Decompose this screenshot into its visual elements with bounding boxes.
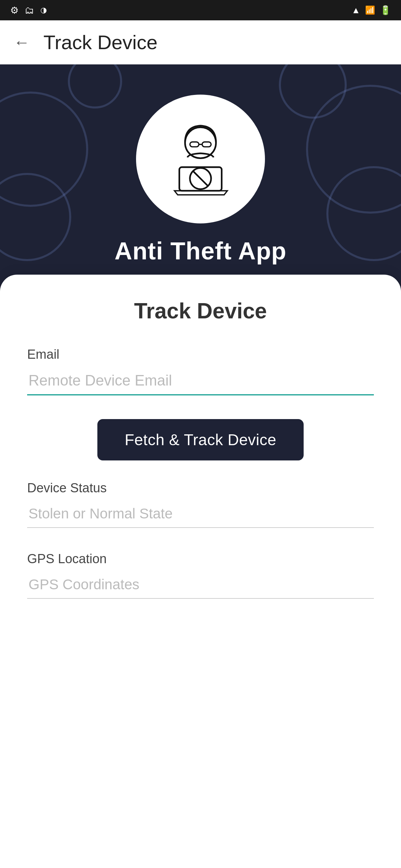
gps-location-field-group: GPS Location xyxy=(27,552,374,616)
hero-icon-circle xyxy=(136,95,265,223)
data-icon: ◑ xyxy=(40,6,47,15)
hero-app-name: Anti Theft App xyxy=(114,237,286,265)
signal-icon: 📶 xyxy=(365,5,375,15)
settings-icon: ⚙ xyxy=(10,5,19,16)
page-title: Track Device xyxy=(43,31,157,54)
battery-icon: 🔋 xyxy=(380,5,391,16)
fetch-track-button[interactable]: Fetch & Track Device xyxy=(97,419,303,460)
wifi-icon: ▲ xyxy=(351,5,360,16)
app-bar: ← Track Device xyxy=(0,20,401,64)
device-status-input xyxy=(27,500,374,528)
card-section: Track Device Email Fetch & Track Device … xyxy=(0,275,401,868)
device-status-field-group: Device Status xyxy=(27,481,374,545)
status-bar-left: ⚙ 🗂 ◑ xyxy=(10,5,47,16)
gps-label: GPS Location xyxy=(27,552,374,566)
status-bar-right: ▲ 📶 🔋 xyxy=(351,5,391,16)
svg-rect-1 xyxy=(190,142,199,147)
decor-circle-6 xyxy=(68,64,122,108)
email-field-group: Email xyxy=(27,347,374,412)
svg-rect-2 xyxy=(202,142,211,147)
status-bar: ⚙ 🗂 ◑ ▲ 📶 🔋 xyxy=(0,0,401,20)
email-input[interactable] xyxy=(27,367,374,395)
back-button[interactable]: ← xyxy=(14,34,30,51)
sd-card-icon: 🗂 xyxy=(25,5,34,16)
card-title: Track Device xyxy=(27,298,374,323)
email-label: Email xyxy=(27,347,374,362)
anti-theft-icon xyxy=(160,118,241,200)
gps-coordinates-input xyxy=(27,571,374,599)
device-status-label: Device Status xyxy=(27,481,374,495)
hero-section: Anti Theft App xyxy=(0,64,401,295)
svg-line-6 xyxy=(193,171,208,186)
